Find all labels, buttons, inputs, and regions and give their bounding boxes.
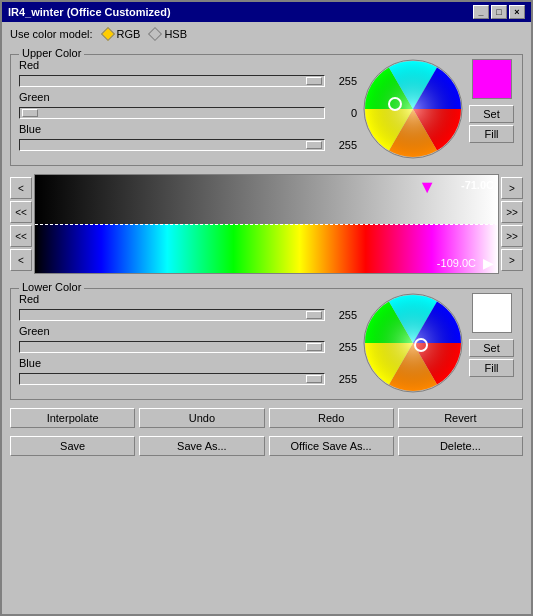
lower-red-row: Red xyxy=(19,293,357,305)
upper-set-button[interactable]: Set xyxy=(469,105,514,123)
title-bar: IR4_winter (Office Customized) _ □ × xyxy=(2,2,531,22)
main-content: Use color model: RGB HSB Upper Color Red xyxy=(2,22,531,614)
title-bar-controls: _ □ × xyxy=(473,5,525,19)
color-model-label: Use color model: xyxy=(10,28,93,40)
lower-color-wheel[interactable] xyxy=(363,293,463,393)
nav-right-4[interactable]: > xyxy=(501,249,523,271)
upper-red-value: 255 xyxy=(329,75,357,87)
nav-right-2[interactable]: >> xyxy=(501,201,523,223)
lower-blue-thumb[interactable] xyxy=(306,375,322,383)
save-button[interactable]: Save xyxy=(10,436,135,456)
upper-blue-slider-row: 255 xyxy=(19,139,357,151)
upper-color-wheel[interactable] xyxy=(363,59,463,159)
interpolate-button[interactable]: Interpolate xyxy=(10,408,135,428)
nav-left-2[interactable]: << xyxy=(10,201,32,223)
lower-blue-slider-row: 255 xyxy=(19,373,357,385)
close-button[interactable]: × xyxy=(509,5,525,19)
delete-button[interactable]: Delete... xyxy=(398,436,523,456)
redo-button[interactable]: Redo xyxy=(269,408,394,428)
gradient-canvas[interactable]: ▼ -71.0C -109.0C ▶ xyxy=(34,174,499,274)
upper-green-value: 0 xyxy=(329,107,357,119)
upper-red-label: Red xyxy=(19,59,54,71)
main-window: IR4_winter (Office Customized) _ □ × Use… xyxy=(0,0,533,616)
lower-temp: -109.0C xyxy=(437,257,476,269)
undo-button[interactable]: Undo xyxy=(139,408,264,428)
lower-right-section: Set Fill xyxy=(469,293,514,377)
gradient-section: < << << < ▼ -71.0C -109.0C ▶ xyxy=(10,174,523,274)
nav-btns-right: > >> >> > xyxy=(501,177,523,271)
nav-left-1[interactable]: < xyxy=(10,177,32,199)
lower-green-slider-row: 255 xyxy=(19,341,357,353)
lower-color-label: Lower Color xyxy=(19,281,84,293)
rgb-label: RGB xyxy=(117,28,141,40)
nav-left-3[interactable]: << xyxy=(10,225,32,247)
lower-color-area: Red 255 Green xyxy=(19,293,514,393)
lower-set-button[interactable]: Set xyxy=(469,339,514,357)
arrow-down-icon: ▼ xyxy=(418,177,436,198)
upper-green-label: Green xyxy=(19,91,54,103)
svg-point-2 xyxy=(365,61,461,157)
lower-red-slider-row: 255 xyxy=(19,309,357,321)
upper-color-area: Red 255 Green xyxy=(19,59,514,159)
lower-green-thumb[interactable] xyxy=(306,343,322,351)
upper-red-slider-row: 255 xyxy=(19,75,357,87)
lower-color-wheel-container[interactable] xyxy=(363,293,463,393)
revert-button[interactable]: Revert xyxy=(398,408,523,428)
hsb-radio-icon xyxy=(148,27,162,41)
upper-color-group: Upper Color Red 255 Green xyxy=(10,54,523,166)
lower-blue-label: Blue xyxy=(19,357,54,369)
dashed-line xyxy=(35,224,498,225)
upper-blue-value: 255 xyxy=(329,139,357,151)
rgb-radio-icon xyxy=(100,27,114,41)
lower-red-thumb[interactable] xyxy=(306,311,322,319)
upper-blue-label: Blue xyxy=(19,123,54,135)
gradient-color xyxy=(35,224,498,273)
lower-red-value: 255 xyxy=(329,309,357,321)
upper-fill-button[interactable]: Fill xyxy=(469,125,514,143)
svg-point-5 xyxy=(365,295,461,391)
lower-green-value: 255 xyxy=(329,341,357,353)
hsb-radio[interactable]: HSB xyxy=(150,28,187,40)
upper-blue-thumb[interactable] xyxy=(306,141,322,149)
upper-green-row: Green xyxy=(19,91,357,103)
upper-red-thumb[interactable] xyxy=(306,77,322,85)
color-model-row: Use color model: RGB HSB xyxy=(10,28,523,40)
upper-blue-row: Blue xyxy=(19,123,357,135)
nav-btns-left: < << << < xyxy=(10,177,32,271)
lower-blue-slider[interactable] xyxy=(19,373,325,385)
nav-right-1[interactable]: > xyxy=(501,177,523,199)
minimize-button[interactable]: _ xyxy=(473,5,489,19)
upper-right-section: Set Fill xyxy=(469,59,514,143)
lower-color-preview xyxy=(472,293,512,333)
upper-color-label: Upper Color xyxy=(19,47,84,59)
upper-green-thumb[interactable] xyxy=(22,109,38,117)
lower-green-row: Green xyxy=(19,325,357,337)
lower-fill-button[interactable]: Fill xyxy=(469,359,514,377)
lower-color-group: Lower Color Red 255 Green xyxy=(10,288,523,400)
save-as-button[interactable]: Save As... xyxy=(139,436,264,456)
lower-blue-row: Blue xyxy=(19,357,357,369)
upper-blue-slider[interactable] xyxy=(19,139,325,151)
window-title: IR4_winter (Office Customized) xyxy=(8,6,171,18)
lower-red-label: Red xyxy=(19,293,54,305)
action-buttons-row2: Save Save As... Office Save As... Delete… xyxy=(10,436,523,456)
upper-green-slider[interactable] xyxy=(19,107,325,119)
upper-red-row: Red xyxy=(19,59,357,71)
lower-blue-value: 255 xyxy=(329,373,357,385)
upper-color-wheel-container[interactable] xyxy=(363,59,463,159)
nav-left-4[interactable]: < xyxy=(10,249,32,271)
maximize-button[interactable]: □ xyxy=(491,5,507,19)
arrow-right-icon: ▶ xyxy=(483,255,494,271)
upper-red-slider[interactable] xyxy=(19,75,325,87)
lower-red-slider[interactable] xyxy=(19,309,325,321)
hsb-label: HSB xyxy=(164,28,187,40)
upper-temp: -71.0C xyxy=(461,179,494,191)
rgb-radio[interactable]: RGB xyxy=(103,28,141,40)
lower-green-slider[interactable] xyxy=(19,341,325,353)
action-buttons-row1: Interpolate Undo Redo Revert xyxy=(10,408,523,428)
lower-sliders: Red 255 Green xyxy=(19,293,357,387)
lower-green-label: Green xyxy=(19,325,54,337)
upper-sliders: Red 255 Green xyxy=(19,59,357,153)
office-save-as-button[interactable]: Office Save As... xyxy=(269,436,394,456)
nav-right-3[interactable]: >> xyxy=(501,225,523,247)
